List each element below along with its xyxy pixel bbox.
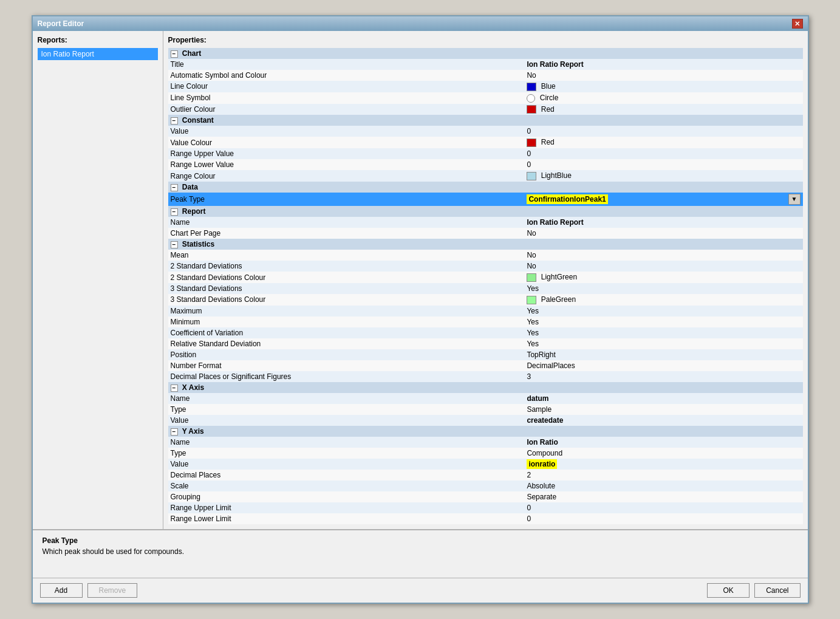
collapse-statistics-btn[interactable]: −	[171, 241, 178, 248]
prop-row: Range Colour LightBlue	[168, 170, 803, 182]
prop-row: Type Sample	[168, 404, 803, 415]
collapse-report-btn[interactable]: −	[171, 208, 178, 216]
desc-title: Peak Type	[43, 536, 798, 545]
prop-label: Name	[168, 393, 525, 404]
prop-row: 2 Standard Deviations No	[168, 261, 803, 272]
collapse-chart-btn[interactable]: −	[171, 50, 178, 58]
prop-label: Decimal Places or Significant Figures	[168, 371, 525, 382]
cancel-button[interactable]: Cancel	[754, 583, 800, 598]
prop-value: Red	[524, 137, 802, 148]
color-swatch-red	[527, 105, 536, 114]
color-swatch-red2	[527, 139, 536, 147]
prop-label: Type	[168, 448, 525, 459]
prop-row: Automatic Symbol and Colour No	[168, 70, 803, 81]
prop-row: Mean No	[168, 250, 803, 261]
prop-row: Range Upper Value 0	[168, 148, 803, 159]
peak-type-dropdown[interactable]: ▼	[788, 194, 801, 205]
prop-value: 0	[524, 502, 802, 513]
prop-label: Title	[168, 59, 525, 70]
prop-value: Separate	[524, 491, 802, 502]
color-swatch-palegreen	[527, 296, 536, 304]
chart-section-label: Chart	[182, 49, 201, 58]
prop-value: ionratio	[524, 459, 802, 470]
prop-label: Name	[168, 437, 525, 448]
prop-row: Line Colour Blue	[168, 81, 803, 92]
collapse-constant-btn[interactable]: −	[171, 117, 178, 125]
prop-label: Position	[168, 349, 525, 360]
prop-label: Value	[168, 459, 525, 470]
ok-button[interactable]: OK	[707, 583, 750, 598]
prop-value: 2	[524, 470, 802, 480]
yaxis-section-label: Y Axis	[182, 427, 204, 436]
prop-row: Maximum Yes	[168, 306, 803, 316]
peak-type-row[interactable]: Peak Type ConfirmationIonPeak1 ▼	[168, 193, 803, 206]
prop-value: Ion Ratio	[524, 437, 802, 448]
collapse-xaxis-btn[interactable]: −	[171, 385, 178, 392]
prop-row: 3 Standard Deviations Colour PaleGreen	[168, 294, 803, 306]
prop-row: Value ionratio	[168, 459, 803, 470]
prop-label: Mean	[168, 250, 525, 261]
prop-value: 0	[524, 148, 802, 159]
prop-row: Minimum Yes	[168, 316, 803, 327]
prop-row: Name Ion Ratio	[168, 437, 803, 448]
section-chart: − Chart	[168, 48, 803, 59]
properties-table: − Chart Title Ion Ratio Report Automatic…	[168, 48, 803, 524]
prop-value: Circle	[524, 92, 802, 104]
prop-row: Value createdate	[168, 415, 803, 426]
constant-section-label: Constant	[182, 116, 214, 125]
peak-type-value: ConfirmationIonPeak1 ▼	[524, 193, 802, 206]
prop-label: Value	[168, 415, 525, 426]
xaxis-section-label: X Axis	[182, 383, 204, 392]
prop-row: Line Symbol Circle	[168, 92, 803, 104]
prop-label: Grouping	[168, 491, 525, 502]
prop-value: No	[524, 70, 802, 81]
prop-value: 0	[524, 159, 802, 170]
outlier-colour-value: Red	[541, 105, 555, 114]
title-bar: Report Editor ✕	[33, 16, 808, 31]
line-symbol-value: Circle	[540, 94, 559, 102]
collapse-data-btn[interactable]: −	[171, 184, 178, 191]
prop-value: Absolute	[524, 480, 802, 491]
prop-row: Decimal Places or Significant Figures 3	[168, 371, 803, 382]
prop-value: Compound	[524, 448, 802, 459]
color-swatch-blue	[527, 83, 536, 91]
add-button[interactable]: Add	[40, 583, 83, 598]
prop-row: Position TopRight	[168, 349, 803, 360]
prop-label: Value Colour	[168, 137, 525, 148]
prop-row: Name Ion Ratio Report	[168, 217, 803, 228]
bottom-description: Peak Type Which peak should be used for …	[33, 529, 808, 578]
report-editor-window: Report Editor ✕ Reports: Ion Ratio Repor…	[32, 15, 809, 604]
prop-row: Chart Per Page No	[168, 228, 803, 239]
close-button[interactable]: ✕	[792, 19, 803, 29]
statistics-section-label: Statistics	[182, 240, 214, 248]
prop-value: LightBlue	[524, 170, 802, 182]
color-swatch-lightblue	[527, 172, 536, 180]
section-statistics: − Statistics	[168, 239, 803, 250]
prop-value: Yes	[524, 327, 802, 338]
remove-button[interactable]: Remove	[87, 583, 138, 598]
prop-row: 2 Standard Deviations Colour LightGreen	[168, 272, 803, 283]
prop-row: Value 0	[168, 126, 803, 137]
prop-value: LightGreen	[524, 272, 802, 283]
circle-symbol-icon	[527, 94, 535, 103]
3sd-colour: PaleGreen	[541, 295, 576, 304]
prop-row: Relative Standard Deviation Yes	[168, 338, 803, 349]
prop-label: Line Symbol	[168, 92, 525, 104]
prop-value: datum	[524, 393, 802, 404]
prop-row: Outlier Colour Red	[168, 104, 803, 115]
prop-value: Ion Ratio Report	[524, 217, 802, 228]
prop-label: Relative Standard Deviation	[168, 338, 525, 349]
prop-row: Type Compound	[168, 448, 803, 459]
peak-type-highlighted: ConfirmationIonPeak1	[527, 194, 607, 204]
report-list-item[interactable]: Ion Ratio Report	[38, 48, 158, 60]
section-report: − Report	[168, 206, 803, 217]
right-footer-buttons: OK Cancel	[707, 583, 800, 598]
prop-label: Scale	[168, 480, 525, 491]
prop-value: Blue	[524, 81, 802, 92]
prop-row: Decimal Places 2	[168, 470, 803, 480]
prop-value: 3	[524, 371, 802, 382]
collapse-yaxis-btn[interactable]: −	[171, 428, 178, 436]
2sd-colour: LightGreen	[541, 273, 577, 281]
properties-label: Properties:	[168, 36, 803, 44]
prop-value: DecimalPlaces	[524, 360, 802, 371]
